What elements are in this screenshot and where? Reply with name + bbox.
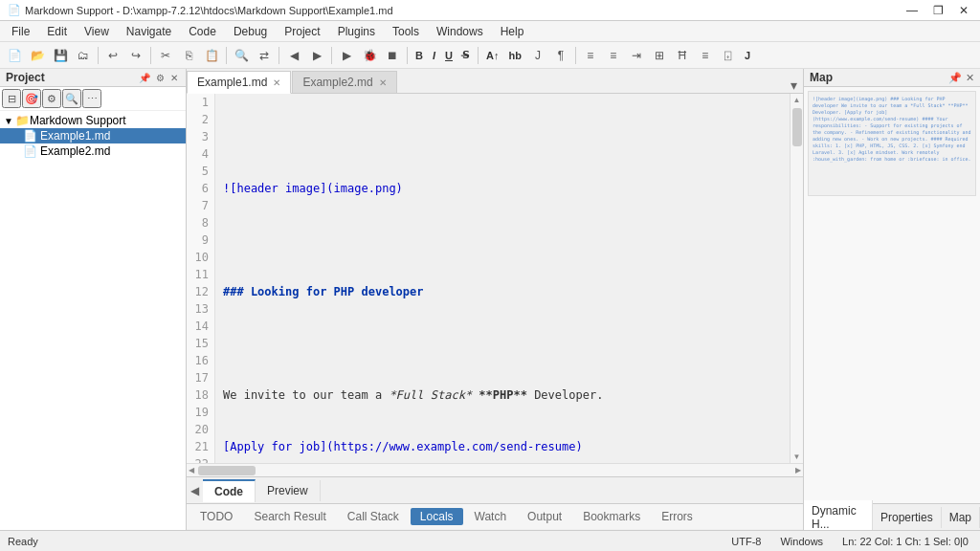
toolbar-stop[interactable]: ⏹ [382,45,403,66]
sub-tab-search-result[interactable]: Search Result [244,508,335,525]
code-editor-content[interactable]: ![header image](image.png) ### Looking f… [215,94,790,463]
toolbar-font-down[interactable]: hb [504,45,524,66]
sep8 [575,47,576,64]
toolbar-font-up[interactable]: A↑ [482,45,502,66]
toolbar-redo[interactable]: ↪ [125,45,146,66]
toolbar-copy[interactable]: ⎘ [178,45,199,66]
toolbar-more2[interactable]: ¶ [550,45,571,66]
menu-help[interactable]: Help [493,23,532,40]
toolbar-strikethrough[interactable]: S̶ [458,45,474,66]
toolbar-new[interactable]: 📄 [4,45,25,66]
tab-close-example1[interactable]: ✕ [273,77,280,88]
toolbar-more1[interactable]: J [527,45,548,66]
map-bottom-tab-dynamic[interactable]: Dynamic H... [804,500,873,531]
tab-example2[interactable]: Example2.md ✕ [292,71,396,93]
toolbar-bold[interactable]: B [412,45,427,66]
sep3 [226,47,227,64]
sub-tab-bookmarks[interactable]: Bookmarks [573,508,650,525]
menu-project[interactable]: Project [277,23,327,40]
toolbar-next[interactable]: ▶ [306,45,327,66]
project-gear[interactable]: ⚙ [42,89,61,108]
toolbar-more5[interactable]: ⇥ [626,45,647,66]
map-panel-title: Map [810,71,833,84]
toolbar-undo[interactable]: ↩ [102,45,123,66]
tab-dropdown-button[interactable]: ▾ [785,77,803,93]
tab-close-example2[interactable]: ✕ [379,77,387,88]
map-bottom-tabs: Dynamic H... Properties Map [804,503,980,530]
project-filter[interactable]: 🔍 [62,89,81,108]
horizontal-scrollbar[interactable]: ◀ ▶ [187,463,803,476]
toolbar-underline[interactable]: U [441,45,457,66]
project-panel-header: Project 📌 ⚙ ✕ [0,69,186,87]
toolbar-italic[interactable]: I [429,45,439,66]
map-pin-button[interactable]: 📌 [948,72,962,84]
project-more[interactable]: ⋯ [82,89,101,108]
app-icon: 📄 [8,4,21,16]
project-locate-file[interactable]: 🎯 [22,89,41,108]
toolbar-more6[interactable]: Ħ [672,45,693,66]
toolbar-open[interactable]: 📂 [27,45,48,66]
file-item-example2[interactable]: 📄 Example2.md [0,143,186,159]
toolbar-more3[interactable]: ≡ [580,45,601,66]
file-label-example2: Example2.md [40,144,110,158]
toolbar-prev[interactable]: ◀ [283,45,304,66]
menu-view[interactable]: View [77,23,117,40]
minimize-button[interactable]: — [902,4,922,17]
toolbar-cut[interactable]: ✂ [155,45,176,66]
menu-code[interactable]: Code [181,23,224,40]
menu-navigate[interactable]: Navigate [119,23,179,40]
toolbar-run[interactable]: ▶ [336,45,357,66]
toolbar-more7[interactable]: ≡ [695,45,716,66]
menu-plugins[interactable]: Plugins [330,23,383,40]
menu-file[interactable]: File [4,23,37,40]
menu-tools[interactable]: Tools [385,23,427,40]
panel-pin-button[interactable]: 📌 [137,73,152,83]
panel-close-button[interactable]: ✕ [168,73,180,83]
menu-debug[interactable]: Debug [226,23,275,40]
tab-example1[interactable]: Example1.md ✕ [187,71,291,94]
toolbar-more8[interactable]: ⌺ [718,45,739,66]
bottom-tab-preview[interactable]: Preview [256,480,321,501]
panel-settings-button[interactable]: ⚙ [154,73,167,83]
map-bottom-tab-properties[interactable]: Properties [873,507,942,528]
sub-tab-locals[interactable]: Locals [411,508,463,525]
hscroll-left-arrow[interactable]: ◀ [187,464,196,476]
scroll-up-arrow[interactable]: ▲ [791,94,803,106]
sub-tab-errors[interactable]: Errors [652,508,702,525]
editor-inner[interactable]: 12345 678910 1112131415 1617181920 2122 … [187,94,803,463]
sub-tab-call-stack[interactable]: Call Stack [338,508,409,525]
map-panel-controls[interactable]: 📌 ✕ [948,72,974,84]
project-panel-controls[interactable]: 📌 ⚙ ✕ [137,73,180,83]
map-close-button[interactable]: ✕ [966,72,974,84]
map-bottom-tab-map[interactable]: Map [942,507,980,528]
scroll-down-arrow[interactable]: ▼ [791,451,803,463]
menu-windows[interactable]: Windows [429,23,491,40]
window-controls[interactable]: — ❐ ✕ [902,4,972,17]
toolbar-jira[interactable]: J [741,45,754,66]
bottom-tab-left-arrow[interactable]: ◀ [187,480,203,501]
maximize-button[interactable]: ❐ [929,4,947,17]
toolbar-paste[interactable]: 📋 [201,45,222,66]
file-icon-example2: 📄 [23,144,37,158]
toolbar-replace[interactable]: ⇄ [254,45,275,66]
toolbar-more4[interactable]: ≡ [603,45,624,66]
toolbar-save[interactable]: 💾 [50,45,71,66]
vertical-scrollbar[interactable]: ▲ ▼ [790,94,803,463]
project-collapse-all[interactable]: ⊟ [2,89,21,108]
toolbar-save-all[interactable]: 🗂 [73,45,94,66]
hscroll-right-arrow[interactable]: ▶ [793,464,803,476]
bottom-tab-code[interactable]: Code [203,479,256,502]
scroll-thumb[interactable] [792,108,802,146]
toolbar-table[interactable]: ⊞ [649,45,670,66]
toolbar-search[interactable]: 🔍 [231,45,252,66]
menu-edit[interactable]: Edit [39,23,75,40]
sep6 [407,47,408,64]
file-item-example1[interactable]: 📄 Example1.md [0,128,186,143]
hscroll-thumb[interactable] [198,466,256,475]
sub-tab-watch[interactable]: Watch [465,508,517,525]
close-button[interactable]: ✕ [955,4,972,17]
sub-tab-todo[interactable]: TODO [190,508,242,525]
project-root[interactable]: ▼ 📁 Markdown Support [0,113,186,128]
toolbar-debug[interactable]: 🐞 [359,45,380,66]
sub-tab-output[interactable]: Output [518,508,571,525]
